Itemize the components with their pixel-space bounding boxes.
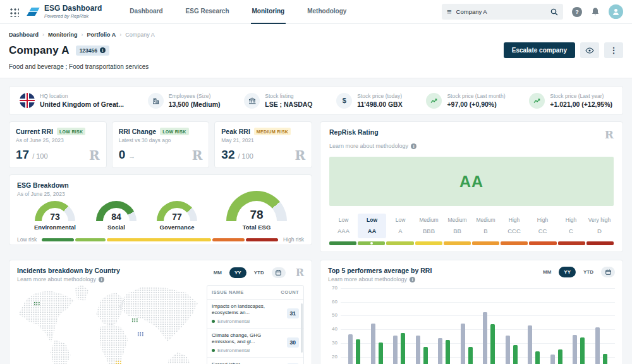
category-dot-icon bbox=[212, 349, 215, 352]
nav-dashboard[interactable]: Dashboard bbox=[128, 0, 164, 24]
rating-scale-b[interactable]: MediumB bbox=[471, 214, 500, 238]
column-issue-name: ISSUE NAME bbox=[212, 289, 244, 295]
breadcrumb-portfolio[interactable]: Portfolio A bbox=[87, 32, 116, 38]
reprisk-r-logo: R bbox=[192, 148, 203, 163]
info-icon[interactable]: i bbox=[100, 47, 106, 53]
gauge-governance: 77Governance bbox=[157, 201, 197, 231]
search-icon[interactable] bbox=[550, 8, 558, 16]
rating-scale-bb[interactable]: MediumBB bbox=[443, 214, 471, 238]
rating-color-bar bbox=[329, 241, 614, 245]
search-input[interactable] bbox=[456, 8, 546, 15]
brand: ESG Dashboard Powered by RepRisk bbox=[44, 4, 102, 18]
learn-more-link[interactable]: Learn more about methodologyi bbox=[17, 276, 120, 282]
nav-esg-research[interactable]: ESG Research bbox=[185, 0, 231, 24]
nav-methodology[interactable]: Methodology bbox=[306, 0, 348, 24]
rating-scale-aa[interactable]: LowAA bbox=[358, 214, 386, 238]
info-icon[interactable]: i bbox=[410, 277, 415, 282]
trend-up-icon bbox=[529, 93, 545, 109]
escalate-company-button[interactable]: Escalate company bbox=[504, 42, 575, 58]
risk-badge: LOW RISK bbox=[57, 128, 85, 135]
rating-scale-aaa[interactable]: LowAAA bbox=[329, 214, 358, 238]
notifications-bell-icon[interactable] bbox=[591, 7, 600, 16]
bar bbox=[379, 343, 383, 364]
watch-eye-button[interactable] bbox=[580, 42, 599, 58]
toggle-mm[interactable]: MM bbox=[538, 267, 556, 277]
breadcrumb-company: Company A bbox=[125, 32, 155, 38]
info-icon[interactable]: i bbox=[411, 143, 416, 149]
incidents-by-country-card: Incidents breakdown by Country Learn mor… bbox=[9, 260, 312, 364]
calendar-button[interactable] bbox=[272, 267, 286, 278]
bar-group bbox=[506, 289, 518, 364]
bar bbox=[603, 354, 607, 364]
rating-grade: AAA bbox=[329, 228, 358, 234]
bar-group bbox=[461, 289, 473, 364]
rating-grade: BBB bbox=[415, 228, 443, 234]
calendar-button[interactable] bbox=[601, 267, 615, 277]
issue-category: Environmental bbox=[212, 318, 284, 324]
more-options-button[interactable]: ⋮ bbox=[604, 42, 623, 58]
issue-row[interactable]: Climate change, GHG emissions, and gl...… bbox=[207, 329, 303, 358]
help-icon[interactable]: ? bbox=[572, 7, 582, 17]
rating-bar-segment bbox=[329, 241, 356, 245]
issue-row[interactable]: Forced laborSocial27 bbox=[207, 358, 303, 364]
bar bbox=[490, 324, 495, 364]
y-axis-tick: 50 bbox=[332, 312, 337, 318]
learn-more-link[interactable]: Learn more about methodologyi bbox=[328, 276, 432, 282]
rating-scale-a[interactable]: LowA bbox=[386, 214, 415, 238]
gauge-environmental: 73Environmental bbox=[34, 201, 76, 231]
rating-scale-d[interactable]: Very highD bbox=[585, 214, 614, 238]
toggle-ytd[interactable]: YTD bbox=[578, 267, 599, 277]
chart-plot-area bbox=[341, 289, 615, 364]
info-icon[interactable]: i bbox=[99, 277, 104, 282]
rating-scale-bbb[interactable]: MediumBBB bbox=[415, 214, 443, 238]
nav-monitoring[interactable]: Monitoring bbox=[251, 0, 286, 24]
rating-scale-ccc[interactable]: HighCCC bbox=[500, 214, 528, 238]
rating-grade: CC bbox=[528, 228, 557, 234]
bar bbox=[348, 334, 353, 364]
breadcrumb-dashboard[interactable]: Dashboard bbox=[9, 32, 39, 38]
user-avatar[interactable] bbox=[609, 4, 623, 19]
gauge-value: 78 bbox=[226, 208, 287, 221]
gauge-social: 84Social bbox=[96, 201, 137, 231]
map-incident-cluster bbox=[115, 360, 121, 364]
toggle-ytd[interactable]: YTD bbox=[249, 267, 269, 278]
trend-arrow-icon: → bbox=[128, 152, 135, 160]
rating-level: High bbox=[528, 217, 557, 223]
gauge-value: 77 bbox=[157, 212, 197, 221]
bar bbox=[595, 327, 600, 364]
app-grid-icon[interactable] bbox=[9, 7, 19, 17]
info-hq-location: HQ location United Kingdom of Great... bbox=[20, 93, 124, 108]
card-subtitle: Latest vs 30 days ago bbox=[119, 137, 203, 143]
app-subtitle: Powered by RepRisk bbox=[44, 13, 102, 19]
risk-bar-segment bbox=[212, 238, 245, 241]
rri-suffix: / 100 bbox=[32, 152, 47, 160]
toggle-yy[interactable]: YY bbox=[559, 267, 576, 277]
rating-scale-cc[interactable]: HighCC bbox=[528, 214, 557, 238]
toggle-yy[interactable]: YY bbox=[229, 267, 246, 278]
issue-name: Forced labor bbox=[212, 361, 284, 364]
bar-group bbox=[371, 289, 383, 364]
learn-more-link[interactable]: Learn more about methodologyi bbox=[329, 143, 614, 149]
bar-group bbox=[438, 289, 450, 364]
risk-bar-segment bbox=[75, 238, 106, 241]
bar bbox=[401, 333, 405, 364]
search-filter-icon[interactable]: ≡ bbox=[447, 8, 452, 16]
toggle-mm[interactable]: MM bbox=[209, 267, 227, 278]
rating-bar-segment bbox=[586, 241, 614, 245]
left-column: Current RRI LOW RISK As of June 25, 2023… bbox=[9, 121, 312, 252]
esg-breakdown-card: ESG Breakdown As of June 25, 2023 73Envi… bbox=[9, 174, 312, 245]
info-value: 13,500 (Medium) bbox=[169, 100, 221, 108]
map-continent-north-america bbox=[19, 291, 75, 343]
rating-bar-segment bbox=[529, 241, 556, 245]
bank-icon bbox=[244, 93, 260, 109]
bar-group bbox=[416, 289, 428, 364]
table-scrollbar[interactable] bbox=[301, 303, 303, 353]
issue-row[interactable]: Impacts on landscapes, ecosystems an...E… bbox=[207, 300, 303, 329]
info-employees: Employees (Size) 13,500 (Medium) bbox=[148, 93, 221, 109]
breadcrumb-monitoring[interactable]: Monitoring bbox=[48, 32, 78, 38]
main-nav: Dashboard ESG Research Monitoring Method… bbox=[128, 0, 368, 24]
rating-bar-segment bbox=[415, 241, 442, 245]
rating-scale-c[interactable]: HighC bbox=[557, 214, 585, 238]
breadcrumb: Dashboard› Monitoring› Portfolio A› Comp… bbox=[9, 32, 623, 38]
y-axis-tick: 60 bbox=[332, 299, 337, 305]
